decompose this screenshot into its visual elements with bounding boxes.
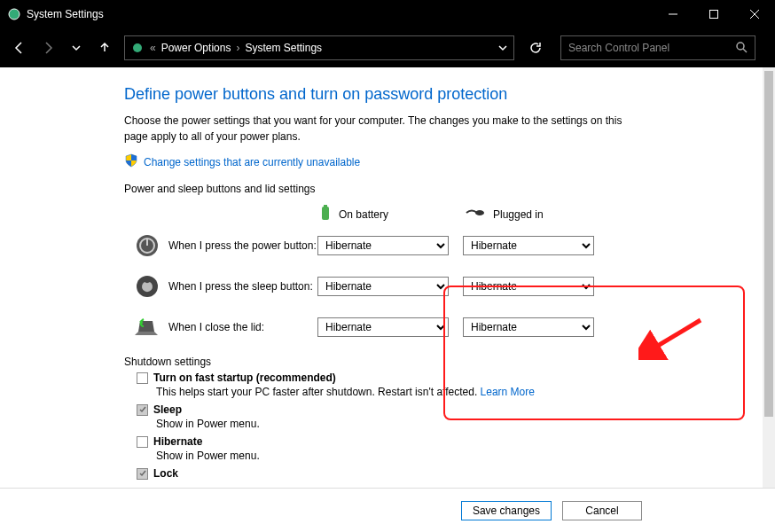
- fast-startup-desc: This helps start your PC faster after sh…: [156, 386, 477, 398]
- vertical-scrollbar[interactable]: [763, 67, 775, 488]
- col-header-battery: On battery: [339, 208, 388, 221]
- shield-icon: [124, 153, 138, 170]
- breadcrumb-item[interactable]: Power Options: [161, 42, 231, 54]
- battery-icon: [319, 204, 332, 224]
- lock-checkbox[interactable]: [137, 468, 148, 480]
- svg-point-0: [9, 9, 20, 20]
- fast-startup-checkbox[interactable]: [137, 372, 148, 384]
- svg-point-10: [475, 210, 484, 215]
- hibernate-desc: Show in Power menu.: [156, 450, 727, 462]
- svg-rect-2: [710, 11, 718, 19]
- svg-point-5: [133, 43, 142, 52]
- row-label-sleep: When I press the sleep button:: [168, 280, 317, 293]
- cancel-button[interactable]: Cancel: [562, 501, 642, 520]
- search-box[interactable]: [560, 35, 755, 60]
- lid-plugged-select[interactable]: Hibernate: [463, 317, 594, 337]
- up-button[interactable]: [90, 34, 119, 62]
- minimize-button[interactable]: [653, 0, 693, 28]
- learn-more-link[interactable]: Learn More: [481, 386, 535, 398]
- sleep-label: Sleep: [153, 403, 182, 416]
- address-bar[interactable]: « Power Options › System Settings: [124, 35, 514, 60]
- sleep-desc: Show in Power menu.: [156, 418, 727, 430]
- svg-point-6: [737, 43, 744, 50]
- navbar: « Power Options › System Settings: [0, 28, 775, 67]
- breadcrumb-item[interactable]: System Settings: [245, 42, 322, 54]
- app-icon: [7, 7, 21, 21]
- maximize-button[interactable]: [693, 0, 734, 28]
- hibernate-label: Hibernate: [153, 435, 202, 448]
- hibernate-checkbox[interactable]: [137, 436, 148, 448]
- power-plugged-select[interactable]: Hibernate: [463, 236, 594, 255]
- lid-icon: [135, 315, 160, 340]
- fast-startup-label: Turn on fast startup (recommended): [153, 372, 336, 384]
- lid-battery-select[interactable]: Hibernate: [317, 317, 449, 337]
- plug-icon: [465, 207, 486, 222]
- page-heading: Define power buttons and turn on passwor…: [124, 85, 727, 104]
- svg-rect-9: [324, 205, 327, 207]
- row-label-power: When I press the power button:: [168, 239, 317, 252]
- window-title: System Settings: [27, 8, 104, 20]
- svg-line-7: [743, 49, 747, 52]
- sleep-checkbox[interactable]: [137, 404, 148, 416]
- sleep-plugged-select[interactable]: Hibernate: [463, 277, 594, 296]
- section-header-buttons: Power and sleep buttons and lid settings: [124, 183, 727, 195]
- breadcrumb-sep-icon: «: [150, 42, 156, 54]
- power-battery-select[interactable]: Hibernate: [317, 236, 449, 255]
- refresh-button[interactable]: [520, 35, 552, 60]
- search-icon[interactable]: [735, 41, 748, 56]
- lock-label: Lock: [153, 467, 178, 480]
- row-label-lid: When I close the lid:: [168, 321, 317, 333]
- chevron-down-icon[interactable]: [497, 43, 508, 53]
- admin-settings-link[interactable]: Change settings that are currently unava…: [144, 156, 360, 168]
- sleep-battery-select[interactable]: Hibernate: [317, 277, 449, 296]
- scrollbar-thumb[interactable]: [764, 71, 773, 417]
- sleep-button-icon: [135, 274, 160, 299]
- chevron-right-icon: ›: [236, 42, 239, 54]
- search-input[interactable]: [568, 42, 735, 54]
- col-header-plugged: Plugged in: [493, 208, 544, 221]
- section-header-shutdown: Shutdown settings: [124, 356, 727, 368]
- back-button[interactable]: [5, 34, 34, 62]
- page-description: Choose the power settings that you want …: [124, 113, 638, 145]
- content-area: Define power buttons and turn on passwor…: [0, 67, 763, 488]
- location-icon: [130, 41, 145, 55]
- forward-button[interactable]: [34, 34, 62, 62]
- save-button[interactable]: Save changes: [461, 501, 552, 520]
- close-button[interactable]: [734, 0, 775, 28]
- power-button-icon: [135, 233, 160, 258]
- history-dropdown[interactable]: [62, 34, 90, 62]
- titlebar: System Settings: [0, 0, 775, 28]
- bottom-bar: Save changes Cancel: [0, 488, 775, 532]
- svg-rect-8: [322, 207, 329, 220]
